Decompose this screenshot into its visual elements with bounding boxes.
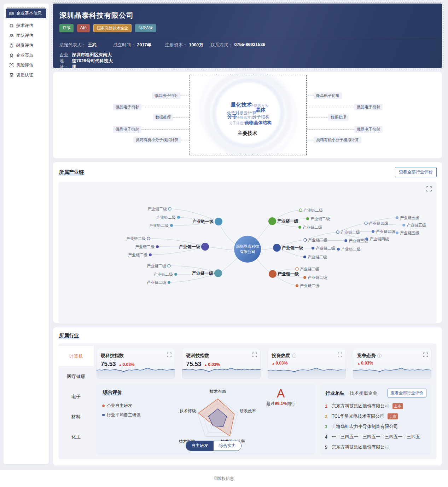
company-address-row: 企业地址： 深圳市福田区深南大道7028号时代科技大厦 — [59, 52, 436, 68]
chain-l3-node[interactable] — [337, 248, 340, 251]
chain-l2-node[interactable] — [149, 253, 152, 256]
chain-l1-node[interactable] — [214, 269, 222, 277]
chain-l2-node[interactable] — [303, 276, 306, 279]
industry-section: 所属行业 计算机 医疗健康 电子 材料 化工 硬科技指数 75.5 — [53, 327, 442, 465]
cloud-caption: 主要技术 — [238, 130, 257, 137]
chain-l2-label: 产业链二级 — [308, 238, 327, 242]
index-change: ▲0.03% — [119, 362, 135, 367]
change-value: 0.03% — [122, 362, 134, 367]
tech-label-row: 微晶电子衍射 — [307, 104, 383, 110]
chain-l2-node[interactable] — [168, 264, 170, 267]
company-name: 京东方科技集团股份有限公司 — [332, 403, 389, 409]
sidebar-item-certification[interactable]: 资质认证 — [6, 70, 46, 80]
chain-l2-node[interactable] — [170, 224, 173, 227]
chain-l3-node[interactable] — [344, 239, 347, 242]
status-badge: 存续 — [59, 24, 74, 32]
tab-materials[interactable]: 材料 — [58, 407, 94, 427]
chain-l2-node[interactable] — [298, 226, 301, 229]
list-item[interactable]: 1 京东方科技集团股份有限公司 上市 — [325, 401, 426, 411]
chain-center-node[interactable] — [234, 236, 261, 263]
field-label: 法定代表人： — [59, 42, 86, 48]
chain-l4-node[interactable] — [365, 222, 367, 225]
view-all-industry-button[interactable]: 查看全部行业评价 — [388, 389, 426, 397]
chain-l5-node[interactable] — [396, 231, 398, 234]
tech-label-row: 微晶电子衍射 — [307, 126, 383, 133]
tab-similar-companies[interactable]: 技术相似企业 — [350, 390, 388, 396]
list-item[interactable]: 5 京东方科技集团股份有限公司 — [325, 442, 426, 452]
chain-l1-label: 产业链一级 — [281, 245, 303, 250]
tab-electronics[interactable]: 电子 — [58, 386, 94, 407]
sidebar-item-risk-eval[interactable]: 风险评估 — [6, 61, 46, 70]
chain-l3-node[interactable] — [336, 231, 339, 234]
sidebar-item-team-eval[interactable]: 团队评估 — [6, 31, 46, 40]
toggle-self-rd[interactable]: 自主研发 — [186, 441, 214, 451]
field-label: 企业地址： — [59, 52, 70, 68]
view-all-industry-button[interactable]: 查看全部行业评价 — [395, 167, 437, 177]
company-name: 一二三四五一二三四五一二三四五一二三四五 — [332, 434, 420, 440]
radar-axis-label: 技术布局 — [210, 389, 226, 394]
field-value: 王武 — [88, 42, 97, 48]
chain-l2-node[interactable] — [174, 273, 177, 276]
tab-medical[interactable]: 医疗健康 — [58, 366, 94, 386]
chain-l2-node[interactable] — [306, 217, 309, 220]
fullscreen-icon[interactable] — [167, 353, 171, 357]
tab-industry-leaders[interactable]: 行业龙头 — [325, 390, 345, 396]
chain-l2-node[interactable] — [156, 245, 159, 248]
fullscreen-icon[interactable] — [252, 353, 257, 357]
chain-l2-node[interactable] — [168, 281, 170, 284]
info-icon[interactable]: i — [292, 354, 296, 358]
chain-l2-node[interactable] — [299, 209, 302, 212]
tech-label-row: 类药有机小分子模拟计算 — [307, 137, 361, 143]
chain-l1-node[interactable] — [273, 244, 281, 252]
chain-l2-label: 产业链二级 — [147, 207, 167, 211]
sidebar-item-financing-eval[interactable]: 融资评估 — [6, 41, 46, 50]
chain-l2-node[interactable] — [296, 284, 298, 287]
sidebar-item-label: 资质认证 — [16, 72, 33, 78]
chain-l2-node[interactable] — [147, 237, 150, 240]
card-title: 投资热度 — [272, 353, 290, 359]
chain-l4-node[interactable] — [372, 230, 374, 233]
info-icon[interactable]: i — [377, 354, 382, 358]
chain-l1-node[interactable] — [269, 270, 277, 278]
sidebar-item-highlights[interactable]: 企业亮点 — [6, 51, 46, 60]
toggle-overall[interactable]: 综合实力 — [214, 441, 241, 451]
grade-letter: A — [266, 386, 295, 400]
chain-l5-node[interactable] — [396, 216, 398, 219]
chain-l2-node[interactable] — [312, 247, 314, 250]
grade-suffix: 同行 — [287, 401, 295, 406]
list-item[interactable]: 3 上海华虹宏力半导体制造有限公司 — [325, 422, 426, 432]
tech-label-row: 数据处理 — [153, 114, 190, 121]
tech-cloud-panel: 微晶电子衍射 微晶电子衍射 数据处理 微晶电子衍射 类药有机小分子模拟计算 微晶… — [53, 72, 442, 158]
sidebar-item-company-info[interactable]: 企业基本信息 — [6, 8, 46, 18]
chain-l2-label: 产业链二级 — [303, 225, 322, 229]
index-change: ▲0.03% — [272, 361, 288, 366]
tech-label: 微晶电子衍射 — [354, 104, 383, 110]
list-item[interactable]: 2 TCL华星光电技术有限公司 上市 — [325, 411, 426, 422]
list-item[interactable]: 4 一二三四五一二三四五一二三四五一二三四五 — [325, 432, 426, 442]
tab-chemical[interactable]: 化工 — [58, 427, 94, 447]
up-triangle-icon: ▲ — [272, 362, 275, 365]
chain-l1-node[interactable] — [215, 218, 222, 225]
industry-chain-chart: 深圳晶泰科技 有限公司 产业链一级 产业链一级 产业链一级 产业链一级 产业链一… — [58, 182, 437, 323]
fullscreen-icon[interactable] — [423, 353, 428, 357]
sidebar-item-tech-eval[interactable]: 技术评估 — [6, 21, 46, 30]
fullscreen-icon[interactable] — [338, 353, 342, 357]
chain-l1-node[interactable] — [201, 243, 209, 251]
chain-l1-label: 产业链一级 — [277, 271, 299, 276]
tab-computer[interactable]: 计算机 — [58, 346, 94, 366]
tax-grade-badge: 纳税A级 — [135, 24, 156, 32]
chain-l5-node[interactable] — [402, 224, 405, 227]
chain-l2-node[interactable] — [304, 239, 307, 241]
industry-chain-graph[interactable]: 深圳晶泰科技 有限公司 产业链一级 产业链一级 产业链一级 产业链一级 产业链一… — [58, 182, 437, 323]
chain-l1-node[interactable] — [268, 217, 276, 225]
legal-rep-field: 法定代表人： 王武 — [59, 42, 113, 48]
header-divider — [59, 37, 436, 37]
up-triangle-icon: ▲ — [357, 362, 360, 365]
chain-l2-node[interactable] — [296, 268, 298, 270]
chain-l2-node[interactable] — [168, 207, 171, 210]
chain-l2-node[interactable] — [177, 216, 180, 219]
chain-l2-label: 产业链二级 — [308, 275, 327, 280]
page-footer: ©版权信息 — [0, 470, 448, 487]
chain-l1-label: 产业链一级 — [192, 271, 214, 276]
chain-l2-node[interactable] — [303, 256, 306, 258]
